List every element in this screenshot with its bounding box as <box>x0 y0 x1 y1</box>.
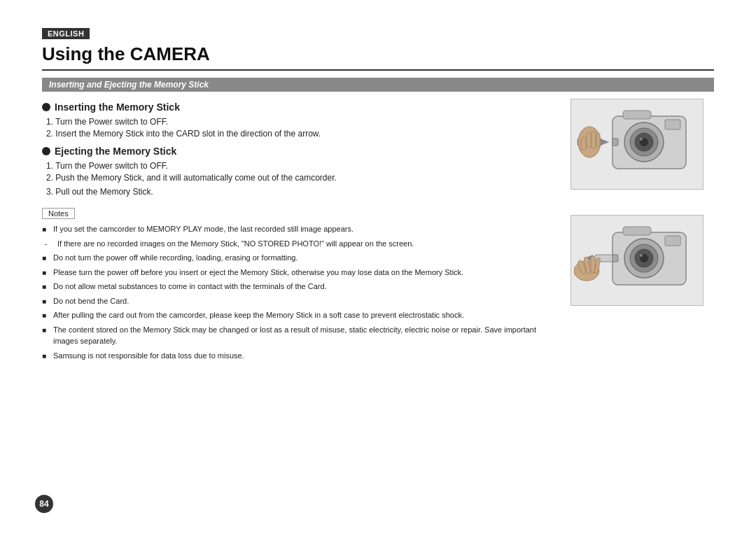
svg-rect-30 <box>591 256 595 273</box>
camera-image-ejecting <box>570 215 704 306</box>
note-2-sub: If there are no recorded images on the M… <box>42 238 546 250</box>
page-number: 84 <box>35 495 53 513</box>
note-6: Do not bend the Card. <box>42 295 546 307</box>
bullet-ejecting <box>42 147 50 155</box>
note-4: Please turn the power off before you ins… <box>42 267 546 279</box>
page: ENGLISH Using the CAMERA Inserting and E… <box>0 0 756 534</box>
ejecting-step-1: 1. Turn the Power switch to OFF. <box>45 161 546 171</box>
ejecting-step-3: 3. Pull out the Memory Stick. <box>45 187 546 197</box>
svg-rect-10 <box>612 139 618 146</box>
svg-point-21 <box>640 254 643 257</box>
svg-rect-13 <box>587 132 591 148</box>
ejecting-step-2: 2. Push the Memory Stick, and it will au… <box>45 173 546 183</box>
svg-rect-7 <box>665 120 680 129</box>
notes-list: If you set the camcorder to MEMORY PLAY … <box>42 223 546 361</box>
english-badge: ENGLISH <box>42 28 90 39</box>
svg-rect-14 <box>592 132 596 148</box>
svg-rect-15 <box>596 133 600 147</box>
inserting-step-1: 1. Turn the Power switch to OFF. <box>45 117 546 127</box>
camera-image-inserting <box>570 99 704 190</box>
ejecting-section-title: Ejecting the Memory Stick <box>42 146 546 157</box>
note-7: After pulling the card out from the camc… <box>42 309 546 321</box>
main-title: Using the CAMERA <box>42 43 714 71</box>
right-column <box>560 99 714 364</box>
note-5: Do not allow metal substances to come in… <box>42 281 546 293</box>
section-header: Inserting and Ejecting the Memory Stick <box>42 78 714 92</box>
ejecting-steps-list: 1. Turn the Power switch to OFF. 2. Push… <box>42 161 546 197</box>
inserting-steps-list: 1. Turn the Power switch to OFF. 2. Inse… <box>42 117 546 139</box>
svg-rect-6 <box>623 111 651 119</box>
notes-label: Notes <box>42 208 75 219</box>
note-9: Samsung is not responsible for data loss… <box>42 350 546 362</box>
note-3: Do not turn the power off while recordin… <box>42 252 546 264</box>
inserting-section-title: Inserting the Memory Stick <box>42 101 546 113</box>
left-column: Inserting the Memory Stick 1. Turn the P… <box>42 99 560 364</box>
svg-marker-9 <box>601 139 609 146</box>
note-1: If you set the camcorder to MEMORY PLAY … <box>42 223 546 235</box>
note-8: The content stored on the Memory Stick m… <box>42 324 546 347</box>
svg-rect-12 <box>581 137 586 150</box>
svg-rect-26 <box>612 255 618 262</box>
svg-rect-23 <box>665 236 680 246</box>
bullet-inserting <box>42 103 50 111</box>
svg-point-5 <box>640 138 643 141</box>
inserting-step-2: 2. Insert the Memory Stick into the CARD… <box>45 129 546 139</box>
svg-rect-22 <box>623 227 651 235</box>
